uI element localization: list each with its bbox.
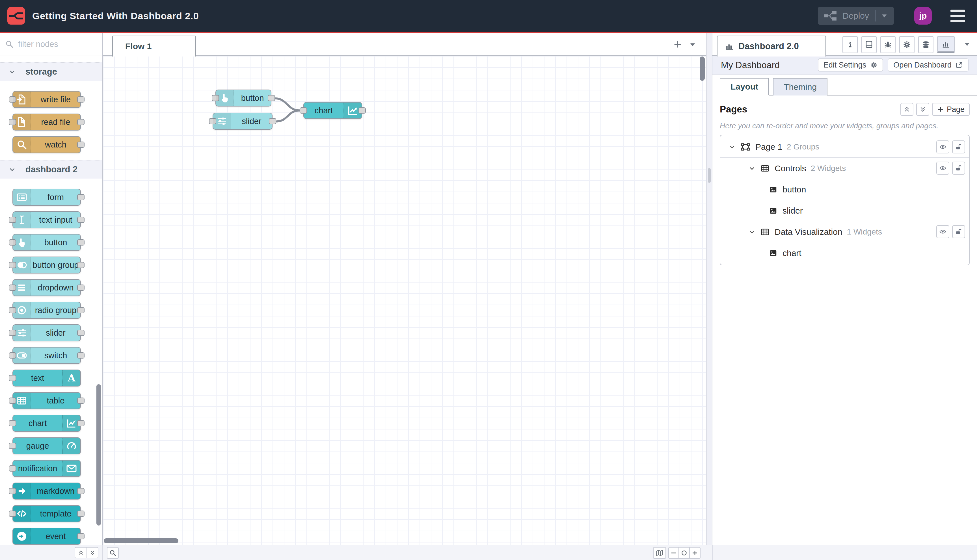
tree-row-page-1[interactable]: Page 1 2 Groups [720, 137, 969, 158]
node-output-port[interactable] [359, 107, 366, 113]
palette-collapse-all-button[interactable] [75, 547, 87, 558]
node-output-port[interactable] [77, 510, 85, 517]
flow-canvas[interactable]: button slider chart [103, 56, 706, 545]
chevron-down-icon[interactable] [748, 165, 755, 172]
add-page-button[interactable]: Page [932, 103, 970, 116]
sidebar-tab-debug-button[interactable] [880, 36, 895, 53]
zoom-reset-button[interactable] [679, 547, 690, 559]
double-chevron-up-icon [904, 106, 910, 113]
node-output-port[interactable] [77, 262, 85, 268]
palette-node-template[interactable]: template [12, 505, 81, 522]
palette-node-switch[interactable]: switch [12, 347, 81, 364]
palette-footer [0, 545, 103, 560]
flow-node-button[interactable]: button [215, 90, 271, 107]
tree-row-data-visualization[interactable]: Data Visualization 1 Widgets [720, 221, 969, 242]
palette-node-chart[interactable]: chart [12, 415, 81, 432]
deploy-button[interactable]: Deploy [818, 7, 894, 25]
palette-node-text[interactable]: text [12, 370, 81, 387]
palette-node-markdown[interactable]: markdown [12, 483, 81, 500]
palette-node-button-group[interactable]: button group [12, 257, 81, 273]
node-output-port[interactable] [77, 285, 85, 291]
flow-node-slider[interactable]: slider [212, 113, 272, 130]
sidebar-tab-help-button[interactable] [862, 36, 877, 53]
palette-scrollbar-thumb[interactable] [97, 384, 101, 525]
node-output-port[interactable] [77, 533, 85, 539]
gear-icon [903, 40, 911, 49]
node-output-port[interactable] [77, 330, 85, 336]
node-output-port[interactable] [77, 142, 85, 148]
canvas-horizontal-scrollbar-thumb[interactable] [104, 538, 179, 543]
add-flow-button[interactable] [673, 40, 682, 49]
flow-tab-bar: Flow 1 [103, 33, 706, 56]
node-output-port[interactable] [77, 217, 85, 223]
canvas-vertical-scrollbar-thumb[interactable] [700, 57, 705, 81]
sidebar-tabs-caret-icon[interactable] [964, 41, 971, 48]
palette-node-gauge[interactable]: gauge [12, 437, 81, 454]
sidebar-tab-dashboard-button[interactable] [937, 36, 955, 53]
lock-button[interactable] [952, 225, 965, 238]
palette-node-read-file[interactable]: read file [12, 113, 81, 130]
palette-node-table[interactable]: table [12, 392, 81, 409]
filter-nodes-input[interactable] [18, 39, 97, 49]
palette-expand-all-button[interactable] [87, 547, 99, 558]
tab-flow-1[interactable]: Flow 1 [112, 36, 196, 57]
tree-row-widget-slider[interactable]: slider [720, 200, 969, 221]
visibility-button[interactable] [936, 140, 949, 153]
node-output-port[interactable] [77, 420, 85, 427]
visibility-button[interactable] [936, 225, 949, 238]
user-avatar[interactable]: jp [914, 7, 932, 25]
palette-node-event[interactable]: event [12, 528, 81, 545]
flow-node-chart[interactable]: chart [303, 102, 362, 119]
lock-button[interactable] [952, 140, 965, 153]
node-output-port[interactable] [77, 307, 85, 313]
tab-theming[interactable]: Theming [773, 78, 827, 95]
node-output-port[interactable] [77, 488, 85, 494]
node-output-port[interactable] [77, 194, 85, 200]
navigator-button[interactable] [653, 547, 666, 559]
splitter-drag-handle[interactable] [708, 168, 711, 183]
sidebar-tab-config-button[interactable] [899, 36, 915, 53]
palette-node-notification[interactable]: notification [12, 460, 81, 477]
chevron-down-icon[interactable] [748, 228, 755, 235]
node-output-port[interactable] [77, 97, 85, 103]
zoom-in-button[interactable] [690, 547, 700, 559]
palette-node-form[interactable]: form [12, 189, 81, 206]
palette-node-slider[interactable]: slider [12, 324, 81, 341]
chevron-down-icon[interactable] [729, 143, 736, 150]
node-output-port[interactable] [77, 119, 85, 125]
tab-dashboard-2[interactable]: Dashboard 2.0 [717, 36, 826, 57]
tree-row-widget-chart[interactable]: chart [720, 242, 969, 263]
wire-slider-to-chart[interactable] [276, 110, 300, 122]
visibility-button[interactable] [936, 162, 949, 175]
sidebar-tab-info-button[interactable] [842, 36, 858, 53]
palette-category-storage[interactable]: storage [0, 62, 102, 81]
palette-node-radio-group[interactable]: radio group [12, 302, 81, 319]
node-output-port[interactable] [269, 118, 276, 124]
zoom-out-button[interactable] [668, 547, 679, 559]
collapse-all-button[interactable] [900, 103, 914, 116]
edit-settings-button[interactable]: Edit Settings [818, 58, 883, 72]
node-output-port[interactable] [77, 398, 85, 404]
expand-all-button[interactable] [916, 103, 929, 116]
sidebar-tab-context-button[interactable] [918, 36, 934, 53]
lock-button[interactable] [952, 162, 965, 175]
flow-list-caret-icon[interactable] [689, 41, 696, 48]
open-dashboard-button[interactable]: Open Dashboard [888, 58, 969, 72]
palette-node-write-file[interactable]: write file [12, 91, 81, 108]
tab-layout[interactable]: Layout [720, 78, 769, 95]
palette-node-watch[interactable]: watch [12, 136, 81, 153]
node-output-port[interactable] [77, 239, 85, 245]
deploy-options-caret-icon[interactable] [880, 12, 888, 20]
palette-node-button[interactable]: button [12, 234, 81, 251]
node-output-port[interactable] [77, 352, 85, 358]
palette-category-dashboard-2[interactable]: dashboard 2 [0, 160, 102, 178]
wire-button-to-chart[interactable] [275, 98, 300, 110]
search-flows-button[interactable] [107, 547, 119, 559]
main-menu-button[interactable] [950, 10, 965, 22]
tree-row-controls[interactable]: Controls 2 Widgets [720, 158, 969, 179]
palette-node-dropdown[interactable]: dropdown [12, 279, 81, 296]
palette-node-text-input[interactable]: text input [12, 211, 81, 228]
sidebar-splitter[interactable] [706, 33, 712, 545]
node-output-port[interactable] [268, 95, 275, 101]
tree-row-widget-button[interactable]: button [720, 179, 969, 200]
